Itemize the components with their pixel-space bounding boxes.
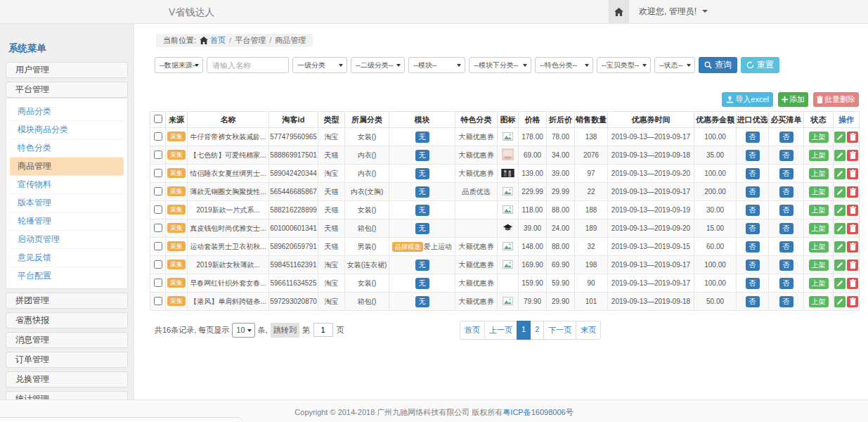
sidebar-item-轮播管理[interactable]: 轮播管理 bbox=[10, 212, 124, 231]
sidebar-section-省惠快报[interactable]: 省惠快报 bbox=[6, 312, 128, 328]
module-badge[interactable]: 无 bbox=[415, 186, 429, 198]
status-button[interactable]: 上架 bbox=[809, 223, 829, 234]
delete-button[interactable] bbox=[847, 241, 858, 252]
delete-button[interactable] bbox=[847, 150, 858, 161]
filter-select[interactable]: --模块-- bbox=[408, 57, 465, 73]
row-checkbox[interactable] bbox=[154, 132, 162, 141]
reset-button[interactable]: 重置 bbox=[741, 57, 779, 73]
page-button-上一页[interactable]: 上一页 bbox=[484, 321, 517, 340]
sidebar-section-订单管理[interactable]: 订单管理 bbox=[6, 352, 128, 368]
edit-button[interactable] bbox=[834, 260, 846, 271]
edit-button[interactable] bbox=[834, 205, 846, 216]
must-buy-toggle[interactable]: 否 bbox=[779, 205, 793, 216]
row-checkbox[interactable] bbox=[154, 279, 162, 287]
sidebar-item-意见反馈[interactable]: 意见反馈 bbox=[10, 249, 124, 267]
module-badge[interactable]: 无 bbox=[415, 205, 429, 216]
module-badge[interactable]: 无 bbox=[415, 296, 429, 307]
sidebar-section-兑换管理[interactable]: 兑换管理 bbox=[6, 371, 128, 388]
module-badge[interactable]: 无 bbox=[415, 132, 429, 143]
name-search-input[interactable] bbox=[207, 57, 289, 73]
imported-toggle[interactable]: 否 bbox=[746, 205, 760, 216]
sidebar-item-商品分类[interactable]: 商品分类 bbox=[10, 103, 124, 121]
delete-button[interactable] bbox=[847, 296, 858, 307]
row-checkbox[interactable] bbox=[154, 187, 162, 196]
delete-button[interactable] bbox=[847, 278, 858, 289]
select-all-checkbox[interactable] bbox=[154, 115, 162, 123]
must-buy-toggle[interactable]: 否 bbox=[779, 278, 793, 289]
edit-button[interactable] bbox=[834, 223, 846, 234]
row-checkbox[interactable] bbox=[154, 297, 162, 305]
imported-toggle[interactable]: 否 bbox=[746, 296, 760, 307]
edit-button[interactable] bbox=[834, 278, 846, 289]
sidebar-item-商品管理[interactable]: 商品管理 bbox=[10, 158, 124, 176]
delete-button[interactable] bbox=[847, 205, 858, 216]
filter-select[interactable]: 一级分类 bbox=[292, 57, 347, 73]
status-button[interactable]: 上架 bbox=[809, 278, 829, 289]
imported-toggle[interactable]: 否 bbox=[746, 241, 760, 252]
must-buy-toggle[interactable]: 否 bbox=[779, 168, 793, 179]
filter-select[interactable]: --特色分类-- bbox=[535, 57, 593, 73]
delete-button[interactable] bbox=[847, 186, 858, 198]
status-button[interactable]: 上架 bbox=[809, 150, 829, 161]
row-checkbox[interactable] bbox=[154, 151, 162, 159]
batch-delete-button[interactable]: 批量删除 bbox=[813, 92, 859, 107]
must-buy-toggle[interactable]: 否 bbox=[779, 150, 793, 161]
jump-button[interactable]: 跳转到 bbox=[271, 323, 299, 338]
must-buy-toggle[interactable]: 否 bbox=[779, 223, 793, 234]
sidebar-item-版本管理[interactable]: 版本管理 bbox=[10, 194, 124, 212]
sidebar-section-拼团管理[interactable]: 拼团管理 bbox=[6, 293, 128, 309]
sidebar-item-宣传物料[interactable]: 宣传物料 bbox=[10, 176, 124, 194]
sidebar-item-启动页管理[interactable]: 启动页管理 bbox=[10, 231, 124, 249]
sidebar-item-平台配置[interactable]: 平台配置 bbox=[10, 267, 124, 286]
module-badge[interactable]: 无 bbox=[415, 223, 429, 234]
status-button[interactable]: 上架 bbox=[809, 241, 829, 252]
add-button[interactable]: 添加 bbox=[778, 92, 808, 107]
row-checkbox[interactable] bbox=[154, 260, 162, 269]
edit-button[interactable] bbox=[834, 241, 846, 252]
delete-button[interactable] bbox=[847, 132, 858, 143]
breadcrumb-home-link[interactable]: 首页 bbox=[210, 35, 226, 46]
query-button[interactable]: 查询 bbox=[699, 57, 737, 73]
status-button[interactable]: 上架 bbox=[809, 260, 829, 271]
must-buy-toggle[interactable]: 否 bbox=[779, 241, 793, 252]
filter-select[interactable]: --状态-- bbox=[654, 57, 695, 73]
breadcrumb-item[interactable]: 商品管理 bbox=[275, 36, 306, 44]
page-button-2[interactable]: 2 bbox=[530, 321, 544, 340]
module-badge[interactable]: 无 bbox=[415, 260, 429, 271]
delete-button[interactable] bbox=[847, 168, 858, 179]
row-checkbox[interactable] bbox=[154, 205, 162, 214]
status-button[interactable]: 上架 bbox=[809, 132, 829, 143]
imported-toggle[interactable]: 否 bbox=[746, 260, 760, 271]
row-checkbox[interactable] bbox=[154, 224, 162, 232]
icp-link[interactable]: 粤ICP备16098006号 bbox=[503, 408, 573, 416]
breadcrumb-item[interactable]: 平台管理 bbox=[235, 36, 266, 44]
home-button[interactable] bbox=[609, 0, 629, 23]
edit-button[interactable] bbox=[834, 132, 846, 143]
imported-toggle[interactable]: 否 bbox=[746, 150, 760, 161]
row-checkbox[interactable] bbox=[154, 242, 162, 250]
status-button[interactable]: 上架 bbox=[809, 296, 829, 307]
per-page-select[interactable]: 10 bbox=[232, 323, 254, 338]
sidebar-section-消息管理[interactable]: 消息管理 bbox=[6, 332, 128, 348]
page-button-下一页[interactable]: 下一页 bbox=[543, 321, 576, 340]
must-buy-toggle[interactable]: 否 bbox=[779, 132, 793, 143]
row-checkbox[interactable] bbox=[154, 169, 162, 177]
must-buy-toggle[interactable]: 否 bbox=[779, 186, 793, 198]
page-button-末页[interactable]: 末页 bbox=[576, 321, 601, 340]
must-buy-toggle[interactable]: 否 bbox=[779, 260, 793, 271]
edit-button[interactable] bbox=[834, 150, 846, 161]
delete-button[interactable] bbox=[847, 223, 858, 234]
sidebar-section-统计管理[interactable]: 统计管理 bbox=[6, 391, 128, 399]
filter-select[interactable]: --宝贝类型-- bbox=[597, 57, 651, 73]
user-menu[interactable]: 欢迎您, 管理员! bbox=[639, 6, 708, 18]
status-button[interactable]: 上架 bbox=[809, 168, 829, 179]
delete-button[interactable] bbox=[847, 260, 858, 271]
module-badge[interactable]: 无 bbox=[415, 168, 429, 179]
module-badge[interactable]: 无 bbox=[415, 278, 429, 289]
module-badge[interactable]: 无 bbox=[415, 150, 429, 161]
sidebar-section-用户管理[interactable]: 用户管理 bbox=[6, 62, 128, 78]
status-button[interactable]: 上架 bbox=[809, 186, 829, 198]
edit-button[interactable] bbox=[834, 296, 846, 307]
status-button[interactable]: 上架 bbox=[809, 205, 829, 216]
sidebar-item-特色分类[interactable]: 特色分类 bbox=[10, 139, 124, 158]
